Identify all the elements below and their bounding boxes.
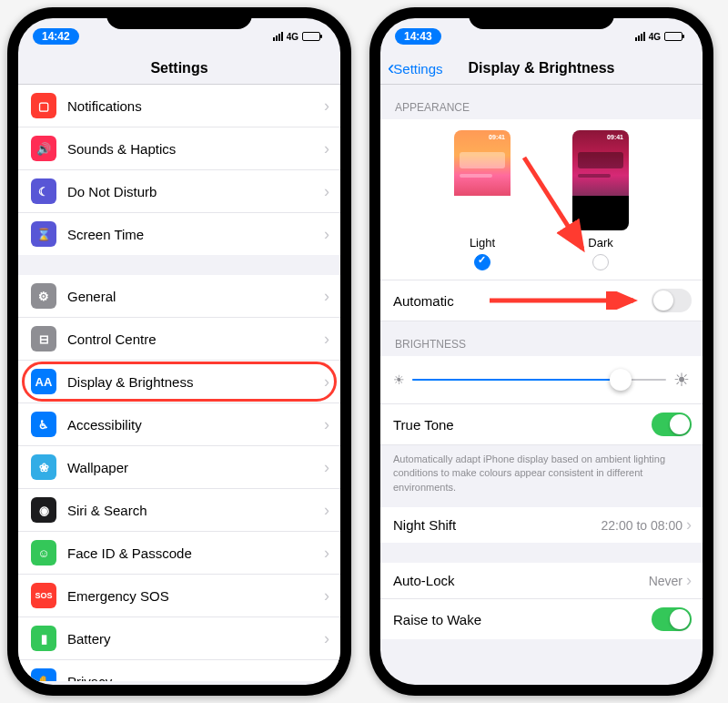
sliders-icon: ⊟ [31, 326, 56, 352]
night-shift-detail: 22:00 to 08:00 [601, 518, 682, 533]
true-tone-footnote: Automatically adapt iPhone display based… [380, 445, 703, 507]
chevron-right-icon: › [324, 544, 329, 563]
dark-preview: 09:41 [572, 130, 629, 230]
settings-row-siri-search[interactable]: ◉Siri & Search› [18, 489, 340, 532]
chevron-right-icon: › [324, 415, 329, 434]
settings-row-screen-time[interactable]: ⌛Screen Time› [18, 213, 340, 255]
phone-settings: 14:42 4G Settings ▢Notifications›🔊Sounds… [7, 7, 351, 696]
back-label: Settings [393, 61, 442, 76]
battery-icon [664, 32, 682, 41]
chevron-right-icon: › [324, 139, 329, 158]
chevron-right-icon: › [324, 629, 329, 648]
screen-display-brightness: 14:43 4G ‹ Settings Display & Brightness… [380, 18, 703, 685]
settings-row-accessibility[interactable]: ♿︎Accessibility› [18, 403, 340, 446]
settings-row-label: Do Not Disturb [67, 184, 157, 199]
chevron-right-icon: › [686, 571, 692, 590]
settings-row-emergency-sos[interactable]: SOSEmergency SOS› [18, 575, 340, 617]
true-tone-toggle[interactable] [652, 413, 692, 436]
settings-row-wallpaper[interactable]: ❀Wallpaper› [18, 446, 340, 489]
signal-icon [635, 32, 645, 41]
notch [469, 7, 614, 29]
settings-row-label: Notifications [67, 98, 142, 114]
sos-icon: SOS [31, 583, 56, 608]
auto-lock-label: Auto-Lock [393, 573, 455, 588]
battery-icon: ▮ [31, 626, 56, 651]
chevron-right-icon: › [324, 225, 329, 244]
chevron-right-icon: › [324, 672, 329, 682]
settings-row-label: General [67, 289, 116, 304]
settings-row-face-id-passcode[interactable]: ☺︎Face ID & Passcode› [18, 532, 340, 575]
auto-lock-detail: Never [649, 574, 682, 588]
status-indicators: 4G [635, 32, 682, 42]
settings-row-battery[interactable]: ▮Battery› [18, 617, 340, 660]
settings-row-label: Sounds & Haptics [67, 141, 176, 157]
gear-icon: ⚙ [31, 283, 56, 309]
sun-dim-icon: ☀︎ [393, 372, 405, 387]
bell-icon: ▢ [31, 93, 56, 118]
raise-to-wake-toggle[interactable] [652, 607, 692, 631]
page-title: Display & Brightness [469, 60, 615, 76]
settings-row-general[interactable]: ⚙General› [18, 275, 340, 318]
back-button[interactable]: ‹ Settings [388, 58, 443, 78]
siri-icon: ◉ [31, 497, 56, 523]
row-raise-to-wake: Raise to Wake [380, 599, 703, 639]
settings-list-scroll[interactable]: ▢Notifications›🔊Sounds & Haptics›☾Do Not… [18, 85, 340, 681]
sun-bright-icon: ☀︎ [673, 369, 690, 391]
hand-icon: ✋ [31, 668, 56, 681]
brightness-slider[interactable] [412, 379, 666, 381]
chevron-right-icon: › [324, 372, 329, 392]
true-tone-label: True Tone [393, 417, 454, 433]
chevron-right-icon: › [686, 515, 692, 535]
chevron-right-icon: › [324, 330, 329, 349]
network-label: 4G [287, 32, 298, 42]
settings-row-notifications[interactable]: ▢Notifications› [18, 85, 340, 127]
preview-time: 09:41 [489, 134, 505, 140]
night-shift-label: Night Shift [393, 517, 456, 533]
settings-row-do-not-disturb[interactable]: ☾Do Not Disturb› [18, 170, 340, 213]
raise-to-wake-label: Raise to Wake [393, 612, 481, 627]
chevron-right-icon: › [324, 287, 329, 306]
appearance-option-light[interactable]: 09:41 Light [441, 130, 523, 270]
notch [106, 7, 252, 29]
settings-row-privacy[interactable]: ✋Privacy› [18, 660, 340, 681]
dark-radio[interactable] [592, 254, 609, 270]
status-time: 14:42 [33, 28, 79, 45]
settings-row-display-brightness[interactable]: AADisplay & Brightness› [18, 361, 340, 403]
network-label: 4G [649, 32, 661, 42]
row-auto-lock[interactable]: Auto-Lock Never › [380, 563, 703, 599]
settings-row-label: Face ID & Passcode [67, 545, 192, 561]
annotation-arrow-icon [490, 291, 644, 310]
battery-icon [302, 32, 320, 41]
display-settings-scroll[interactable]: APPEARANCE 09:41 Light 09:41 Dark [380, 85, 703, 681]
settings-row-label: Screen Time [67, 227, 144, 242]
light-label: Light [441, 236, 523, 250]
flower-icon: ❀ [31, 454, 56, 480]
row-night-shift[interactable]: Night Shift 22:00 to 08:00 › [380, 507, 703, 543]
settings-row-label: Wallpaper [67, 460, 128, 475]
settings-row-label: Battery [67, 631, 111, 647]
appearance-option-dark[interactable]: 09:41 Dark [560, 130, 642, 270]
moon-icon: ☾ [31, 178, 56, 204]
settings-row-label: Accessibility [67, 417, 142, 433]
chevron-right-icon: › [324, 182, 329, 201]
status-indicators: 4G [273, 32, 320, 42]
settings-row-label: Display & Brightness [67, 374, 193, 390]
speaker-icon: 🔊 [31, 136, 56, 161]
brightness-section-header: BRIGHTNESS [380, 321, 703, 356]
appearance-picker: 09:41 Light 09:41 Dark [380, 119, 703, 280]
settings-row-label: Control Centre [67, 331, 157, 347]
automatic-toggle[interactable] [652, 289, 692, 312]
light-preview: 09:41 [454, 130, 511, 230]
settings-row-label: Emergency SOS [67, 588, 169, 604]
nav-header: ‹ Settings Display & Brightness [380, 55, 703, 85]
screen-settings: 14:42 4G Settings ▢Notifications›🔊Sounds… [18, 18, 340, 685]
light-radio[interactable] [474, 254, 490, 270]
settings-row-label: Siri & Search [67, 503, 147, 518]
nav-header: Settings [18, 55, 340, 85]
page-title: Settings [150, 60, 207, 76]
phone-display-brightness: 14:43 4G ‹ Settings Display & Brightness… [369, 7, 713, 696]
settings-row-sounds-haptics[interactable]: 🔊Sounds & Haptics› [18, 127, 340, 170]
appearance-section-header: APPEARANCE [380, 85, 703, 119]
settings-row-label: Privacy [67, 674, 112, 682]
settings-row-control-centre[interactable]: ⊟Control Centre› [18, 318, 340, 361]
